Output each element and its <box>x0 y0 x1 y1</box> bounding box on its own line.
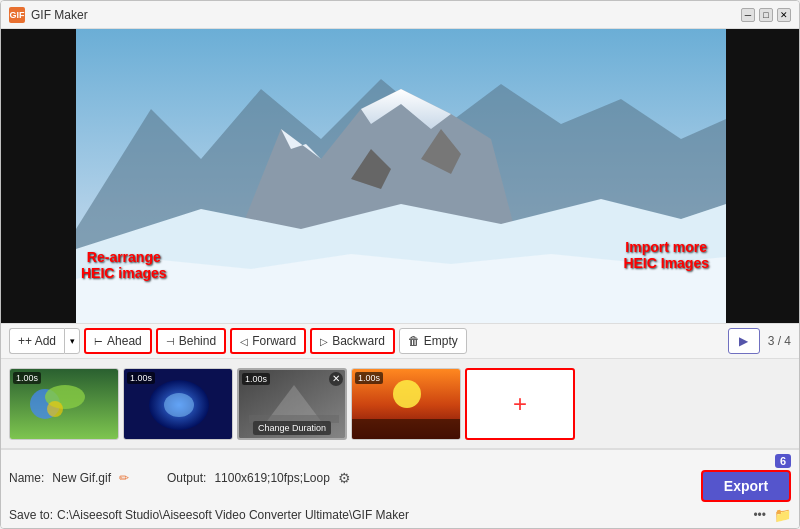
svg-rect-1 <box>726 29 799 323</box>
add-button[interactable]: + + Add <box>9 328 64 354</box>
ahead-button[interactable]: ⊢ Ahead <box>84 328 152 354</box>
play-icon: ▶ <box>739 334 748 348</box>
output-label: Output: <box>167 471 206 485</box>
settings-icon[interactable]: ⚙ <box>338 470 351 486</box>
svg-point-14 <box>47 401 63 417</box>
thumbnail-strip: 1.00s 1.00s <box>1 359 799 449</box>
bottom-row-name: Name: New Gif.gif ✏ Output: 1100x619;10f… <box>9 454 791 502</box>
thumb-3-change-duration-button[interactable]: Change Duration <box>253 421 331 435</box>
toolbar: + + Add ▾ ⊢ Ahead ⊣ Behind ◁ Forward ▷ B… <box>1 323 799 359</box>
video-area: Re-arrange HEIC images ➘ Import more HEI… <box>1 29 799 323</box>
backward-button[interactable]: ▷ Backward <box>310 328 395 354</box>
svg-rect-0 <box>1 29 76 323</box>
annotation-rearrange: Re-arrange HEIC images <box>81 249 167 281</box>
add-thumbnail-button[interactable]: + <box>465 368 575 440</box>
thumbnail-2[interactable]: 1.00s <box>123 368 233 440</box>
main-window: GIF GIF Maker ─ □ ✕ <box>0 0 800 529</box>
browse-dots-button[interactable]: ••• <box>749 506 770 524</box>
svg-point-22 <box>393 380 421 408</box>
bottom-bar: Name: New Gif.gif ✏ Output: 1100x619;10f… <box>1 449 799 528</box>
save-path-value: C:\Aiseesoft Studio\Aiseesoft Video Conv… <box>57 508 745 522</box>
app-icon: GIF <box>9 7 25 23</box>
save-label: Save to: <box>9 508 53 522</box>
thumb-3-close-button[interactable]: ✕ <box>329 372 343 386</box>
title-bar-left: GIF GIF Maker <box>9 7 88 23</box>
thumb-3-duration: 1.00s <box>242 373 270 385</box>
export-button[interactable]: Export <box>701 470 791 502</box>
behind-button[interactable]: ⊣ Behind <box>156 328 226 354</box>
thumb-2-duration: 1.00s <box>127 372 155 384</box>
ahead-icon: ⊢ <box>94 336 103 347</box>
add-plus-icon: + <box>18 334 25 348</box>
name-value: New Gif.gif <box>52 471 111 485</box>
add-dropdown-button[interactable]: ▾ <box>64 328 80 354</box>
edit-icon[interactable]: ✏ <box>119 471 129 485</box>
svg-rect-23 <box>352 419 461 440</box>
annotation-import: Import more HEIC Images <box>623 239 709 271</box>
title-bar: GIF GIF Maker ─ □ ✕ <box>1 1 799 29</box>
thumbnail-4[interactable]: 1.00s <box>351 368 461 440</box>
maximize-button[interactable]: □ <box>759 8 773 22</box>
add-thumbnail-plus-icon: + <box>513 390 527 418</box>
thumbnail-1[interactable]: 1.00s <box>9 368 119 440</box>
forward-icon: ◁ <box>240 336 248 347</box>
close-button[interactable]: ✕ <box>777 8 791 22</box>
trash-icon: 🗑 <box>408 334 420 348</box>
empty-button[interactable]: 🗑 Empty <box>399 328 467 354</box>
window-controls: ─ □ ✕ <box>741 8 791 22</box>
thumb-1-duration: 1.00s <box>13 372 41 384</box>
thumb-4-duration: 1.00s <box>355 372 383 384</box>
backward-icon: ▷ <box>320 336 328 347</box>
play-button[interactable]: ▶ <box>728 328 760 354</box>
export-badge: 6 <box>775 454 791 468</box>
add-button-group: + + Add ▾ <box>9 328 80 354</box>
bottom-row-save: Save to: C:\Aiseesoft Studio\Aiseesoft V… <box>9 506 791 524</box>
forward-button[interactable]: ◁ Forward <box>230 328 306 354</box>
name-label: Name: <box>9 471 44 485</box>
output-value: 1100x619;10fps;Loop <box>214 471 329 485</box>
behind-icon: ⊣ <box>166 336 175 347</box>
svg-point-17 <box>164 393 194 417</box>
folder-icon[interactable]: 📁 <box>774 507 791 523</box>
page-indicator: 3 / 4 <box>768 334 791 348</box>
thumbnail-3[interactable]: 1.00s ✕ Change Duration <box>237 368 347 440</box>
window-title: GIF Maker <box>31 8 88 22</box>
minimize-button[interactable]: ─ <box>741 8 755 22</box>
